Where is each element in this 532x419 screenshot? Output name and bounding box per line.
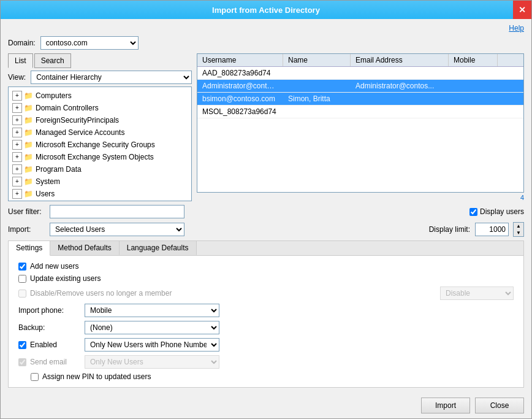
search-tab[interactable]: Search xyxy=(34,53,71,68)
tree-item-label: System xyxy=(36,176,60,187)
folder-icon: 📁 xyxy=(23,91,33,101)
cell-email xyxy=(351,93,449,105)
tab-method-defaults[interactable]: Method Defaults xyxy=(50,241,119,255)
domain-select[interactable]: contoso.com xyxy=(40,36,139,50)
send-email-label: Send email xyxy=(30,358,67,366)
cell-mobile xyxy=(449,106,498,118)
right-panel: Username Name Email Address Mobile AAD_8… xyxy=(197,53,524,201)
table-row[interactable]: Administrator@contos... Administrator@co… xyxy=(197,80,523,93)
cell-name xyxy=(283,80,351,92)
backup-select[interactable]: (None) Office Home Mobile xyxy=(85,321,219,334)
tree-item-label: Program Data xyxy=(36,164,82,175)
disable-remove-checkbox[interactable] xyxy=(18,290,26,298)
send-email-select[interactable]: Only New Users xyxy=(85,355,219,369)
backup-label: Backup: xyxy=(18,323,80,332)
import-label: Import: xyxy=(8,225,45,234)
filter-row: User filter: Display users xyxy=(8,205,524,218)
view-row: View: Container Hierarchy xyxy=(8,71,192,84)
tree-expander[interactable]: + xyxy=(12,128,22,137)
import-select[interactable]: Selected Users All Users Filtered Users xyxy=(50,223,184,236)
assign-pin-checkbox[interactable] xyxy=(31,373,39,381)
cell-name xyxy=(283,106,351,118)
table-row[interactable]: AAD_808273a96d74 xyxy=(197,67,523,80)
close-button[interactable]: Close xyxy=(475,398,524,413)
view-select[interactable]: Container Hierarchy xyxy=(31,71,192,84)
dialog-body: Help Domain: contoso.com List Search Vie… xyxy=(1,19,531,393)
update-existing-label: Update existing users xyxy=(30,274,101,283)
cell-mobile xyxy=(449,67,498,79)
user-filter-input[interactable] xyxy=(50,205,184,218)
tab-language-defaults[interactable]: Language Defaults xyxy=(120,241,197,255)
tree-expander[interactable]: + xyxy=(12,103,22,113)
domain-row: Domain: contoso.com xyxy=(8,36,524,50)
cell-mobile xyxy=(449,80,498,92)
spin-down-button[interactable]: ▼ xyxy=(514,229,523,236)
display-limit-group: Display limit: ▲ ▼ xyxy=(429,222,524,237)
update-existing-checkbox[interactable] xyxy=(18,275,26,283)
settings-content: Add new users Update existing users Disa… xyxy=(9,256,523,387)
tree-expander[interactable]: + xyxy=(12,140,22,150)
footer: Import Close xyxy=(1,393,531,418)
cell-email xyxy=(351,67,449,79)
add-new-users-checkbox[interactable] xyxy=(18,263,26,271)
settings-panel: Settings Method Defaults Language Defaul… xyxy=(8,240,524,388)
close-x-button[interactable]: ✕ xyxy=(513,1,531,19)
tree-expander[interactable]: + xyxy=(12,164,22,174)
page-number: 4 xyxy=(197,194,524,201)
cell-username: AAD_808273a96d74 xyxy=(197,67,283,79)
tree-item-label: Managed Service Accounts xyxy=(36,127,124,138)
list-item[interactable]: + 📁 System xyxy=(11,175,189,188)
display-limit-label: Display limit: xyxy=(429,225,470,234)
list-item[interactable]: + 📁 Domain Controllers xyxy=(11,102,189,114)
list-item[interactable]: + 📁 Computers xyxy=(11,90,189,102)
import-phone-row: Import phone: Mobile Office Home xyxy=(18,304,514,317)
filter-label: User filter: xyxy=(8,207,45,216)
send-email-checkbox[interactable] xyxy=(18,358,26,366)
list-item[interactable]: + 📁 Managed Service Accounts xyxy=(11,126,189,139)
tree-item-label: Users xyxy=(36,188,55,199)
tab-settings[interactable]: Settings xyxy=(9,241,50,256)
tree-expander[interactable]: + xyxy=(12,152,22,162)
import-phone-label: Import phone: xyxy=(18,306,80,315)
list-item[interactable]: + 📁 Microsoft Exchange Security Groups xyxy=(11,139,189,151)
list-item[interactable]: + 📁 Microsoft Exchange System Objects xyxy=(11,151,189,163)
list-item[interactable]: + 📁 Program Data xyxy=(11,163,189,175)
table-row[interactable]: bsimon@contoso.com Simon, Britta xyxy=(197,93,523,106)
list-item[interactable]: + 📁 Users xyxy=(11,188,189,200)
tree-item-label: ForeignSecurityPrincipals xyxy=(36,115,119,126)
view-label: View: xyxy=(8,73,26,82)
spin-up-button[interactable]: ▲ xyxy=(514,223,523,229)
send-email-row: Send email Only New Users xyxy=(18,355,514,369)
tree-expander[interactable]: + xyxy=(12,189,22,199)
folder-icon: 📁 xyxy=(23,164,33,174)
tree-item-label: Microsoft Exchange Security Groups xyxy=(36,139,155,150)
list-tab[interactable]: List xyxy=(8,53,33,68)
display-users-checkbox[interactable] xyxy=(469,208,477,216)
dialog-title: Import from Active Directory xyxy=(212,6,320,15)
help-link[interactable]: Help xyxy=(8,24,524,33)
import-dialog: Import from Active Directory ✕ Help Doma… xyxy=(0,0,532,419)
tree-expander[interactable]: + xyxy=(12,91,22,101)
import-button[interactable]: Import xyxy=(421,398,470,413)
display-limit-input[interactable] xyxy=(475,223,509,236)
folder-icon: 📁 xyxy=(23,103,33,113)
enabled-row: Enabled Only New Users with Phone Number… xyxy=(18,338,514,352)
enabled-checkbox[interactable] xyxy=(18,341,26,349)
list-item[interactable]: + 📁 ForeignSecurityPrincipals xyxy=(11,114,189,126)
disable-action-select[interactable]: Disable Remove xyxy=(440,286,514,300)
cell-username: Administrator@contos... xyxy=(197,80,283,92)
table-row[interactable]: MSOL_808273a96d74 xyxy=(197,106,523,118)
cell-name: Simon, Britta xyxy=(283,93,351,105)
list-search-tabs: List Search xyxy=(8,53,192,68)
import-phone-select[interactable]: Mobile Office Home xyxy=(85,304,219,317)
tree-item-label: Computers xyxy=(36,90,72,101)
tree-expander[interactable]: + xyxy=(12,177,22,186)
display-users-check: Display users xyxy=(469,207,524,216)
col-username-header: Username xyxy=(197,54,283,66)
enabled-select[interactable]: Only New Users with Phone Number All New… xyxy=(85,338,219,352)
tree-expander[interactable]: + xyxy=(12,115,22,125)
folder-icon: 📁 xyxy=(23,115,33,125)
col-mobile-header: Mobile xyxy=(449,54,498,66)
tree-container[interactable]: + 📁 Computers + 📁 Domain Controllers + 📁… xyxy=(8,86,192,201)
folder-icon: 📁 xyxy=(23,152,33,162)
